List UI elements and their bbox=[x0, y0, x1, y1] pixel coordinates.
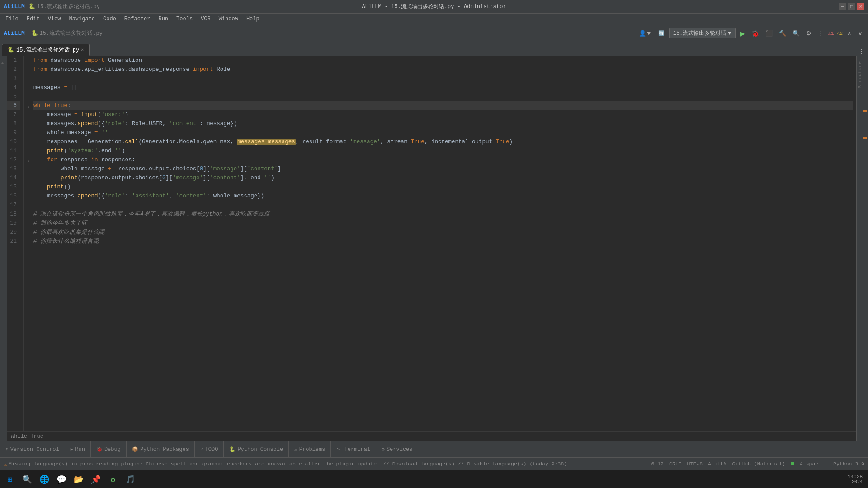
menu-run[interactable]: Run bbox=[155, 15, 172, 23]
tab-todo-label: TODO bbox=[205, 446, 218, 453]
line-num-12: 12 bbox=[7, 155, 20, 164]
toolbar: ALiLLM 🐍 15.流式输出多轮对话.py 👤▼ 🔄 15.流式输出多轮对话… bbox=[0, 24, 868, 42]
marker-bar bbox=[863, 56, 868, 441]
menu-window[interactable]: Window bbox=[215, 15, 242, 23]
line-num-6: 6 bbox=[7, 101, 20, 110]
tab-bar: 🐍 15.流式输出多轮对话.py ✕ ⋮ bbox=[0, 42, 868, 56]
title-left: ALiLLM 🐍 15.流式输出多轮对话.py bbox=[4, 3, 100, 10]
taskbar-pinned1[interactable]: 📌 bbox=[88, 471, 104, 488]
bp-3 bbox=[24, 74, 30, 83]
debug-button[interactable]: 🐞 bbox=[750, 29, 761, 38]
left-sidebar: P bbox=[0, 56, 7, 441]
taskbar-files[interactable]: 📂 bbox=[71, 471, 87, 488]
tab-python-console[interactable]: 🐍 Python Console bbox=[224, 441, 289, 457]
tab-run-label: Run bbox=[75, 446, 85, 453]
tab-python-packages[interactable]: 📦 Python Packages bbox=[127, 441, 195, 457]
cursor-position[interactable]: 6:12 bbox=[651, 461, 664, 467]
maximize-button[interactable]: □ bbox=[848, 3, 855, 10]
bp-21 bbox=[24, 237, 30, 246]
structure-label[interactable]: Structure bbox=[857, 61, 863, 88]
settings-button[interactable]: ⚙ bbox=[804, 29, 813, 38]
indent-setting[interactable]: 4 spac... bbox=[800, 461, 828, 467]
bp-7 bbox=[24, 110, 30, 119]
theme-name[interactable]: ALiLLM bbox=[708, 461, 726, 467]
taskbar-clock: 14:28 2024 bbox=[848, 474, 866, 484]
menu-code[interactable]: Code bbox=[99, 15, 120, 23]
profile-button[interactable]: 👤▼ bbox=[637, 29, 654, 38]
vcs-update-button[interactable]: 🔄 bbox=[656, 29, 666, 37]
search-button[interactable]: 🔍 bbox=[791, 29, 802, 38]
version-control-icon: ⬆ bbox=[5, 446, 9, 452]
menu-navigate[interactable]: Navigate bbox=[65, 15, 99, 23]
project-icon[interactable]: P bbox=[0, 58, 7, 64]
app-icon: ALiLLM bbox=[4, 3, 25, 10]
encoding[interactable]: UTF-8 bbox=[687, 461, 703, 467]
run-button[interactable]: ▶ bbox=[738, 29, 747, 38]
line-num-3: 3 bbox=[7, 74, 20, 83]
minimize-button[interactable]: ─ bbox=[839, 3, 846, 10]
tab-python-packages-label: Python Packages bbox=[140, 446, 189, 453]
line-num-17: 17 bbox=[7, 201, 20, 210]
structure-panel[interactable]: Structure bbox=[856, 56, 863, 441]
taskbar-browser[interactable]: 🌐 bbox=[36, 471, 52, 488]
taskbar-chat[interactable]: 💬 bbox=[53, 471, 70, 488]
expand-arrow-down[interactable]: ∨ bbox=[856, 29, 864, 38]
bp-19 bbox=[24, 219, 30, 228]
tab-terminal[interactable]: >_ Terminal bbox=[331, 441, 376, 457]
tab-problems[interactable]: ⚠ Problems bbox=[289, 441, 331, 457]
tab-version-control-label: Version Control bbox=[10, 446, 59, 453]
bp-8 bbox=[24, 119, 30, 128]
expand-arrow-up[interactable]: ∧ bbox=[845, 29, 854, 38]
menu-file[interactable]: File bbox=[2, 15, 22, 23]
main-area: P 1 2 3 4 5 6 7 8 9 10 11 12 13 14 15 16 bbox=[0, 56, 868, 441]
title-center-text: ALiLLM - 15.流式输出多轮对话.py - Administrator bbox=[362, 3, 506, 10]
menu-help[interactable]: Help bbox=[243, 15, 263, 23]
more-button[interactable]: ⋮ bbox=[816, 29, 826, 38]
run-configuration[interactable]: 15.流式输出多轮对话 ▼ bbox=[669, 28, 736, 38]
code-line-8: messages.append({'role': Role.USER, 'con… bbox=[33, 119, 853, 128]
run-icon: ▶ bbox=[71, 446, 74, 452]
line-ending[interactable]: CRLF bbox=[669, 461, 682, 467]
menu-view[interactable]: View bbox=[44, 15, 65, 23]
menu-vcs[interactable]: VCS bbox=[197, 15, 214, 23]
taskbar-pycharm[interactable]: ⚙ bbox=[105, 471, 121, 488]
menu-tools[interactable]: Tools bbox=[173, 15, 196, 23]
line-numbers: 1 2 3 4 5 6 7 8 9 10 11 12 13 14 15 16 1… bbox=[7, 56, 24, 431]
tab-todo[interactable]: ✓ TODO bbox=[195, 441, 224, 457]
language-version[interactable]: Python 3.9 bbox=[833, 461, 864, 467]
stop-button[interactable]: ⬛ bbox=[764, 29, 774, 38]
tab-version-control[interactable]: ⬆ Version Control bbox=[0, 441, 65, 457]
taskbar: ⊞ 🔍 🌐 💬 📂 📌 ⚙ 🎵 14:28 2024 bbox=[0, 470, 868, 488]
menu-refactor[interactable]: Refactor bbox=[121, 15, 154, 23]
status-message[interactable]: Missing language(s) in proofreading plug… bbox=[9, 461, 567, 467]
code-lines[interactable]: from dashscope import Generation from da… bbox=[30, 56, 856, 431]
editor-tab-main[interactable]: 🐍 15.流式输出多轮对话.py ✕ bbox=[2, 44, 90, 56]
bp-14 bbox=[24, 174, 30, 183]
start-button[interactable]: ⊞ bbox=[2, 471, 18, 488]
build-button[interactable]: 🔨 bbox=[777, 29, 788, 38]
code-line-2: from dashscope.api_entities.dashscope_re… bbox=[33, 65, 853, 74]
tab-problems-label: Problems bbox=[299, 446, 326, 453]
scope-bar: while True bbox=[7, 431, 856, 441]
bottom-panel: ⬆ Version Control ▶ Run 🐞 Debug 📦 Python… bbox=[0, 441, 868, 457]
bp-6: ▾ bbox=[24, 101, 30, 110]
tab-close-button[interactable]: ✕ bbox=[81, 47, 84, 52]
line-num-21: 21 bbox=[7, 237, 20, 246]
tab-more-button[interactable]: ⋮ bbox=[857, 47, 866, 56]
vcs-status[interactable]: GitHub (Material) bbox=[732, 461, 785, 467]
menu-edit[interactable]: Edit bbox=[23, 15, 43, 23]
line-num-5: 5 bbox=[7, 92, 20, 101]
menu-bar: File Edit View Navigate Code Refactor Ru… bbox=[0, 14, 868, 24]
taskbar-search[interactable]: 🔍 bbox=[19, 471, 35, 488]
editor-area[interactable]: 1 2 3 4 5 6 7 8 9 10 11 12 13 14 15 16 1… bbox=[7, 56, 856, 441]
tab-services[interactable]: ⚙ Services bbox=[376, 441, 418, 457]
tab-label: 15.流式输出多轮对话.py bbox=[16, 46, 79, 54]
taskbar-music[interactable]: 🎵 bbox=[122, 471, 138, 488]
debug-icon: 🐞 bbox=[96, 446, 103, 452]
terminal-icon: >_ bbox=[336, 447, 342, 452]
close-button[interactable]: ✕ bbox=[857, 3, 864, 10]
code-line-7: message = input('user:') bbox=[33, 110, 853, 119]
tab-debug[interactable]: 🐞 Debug bbox=[91, 441, 127, 457]
window-controls[interactable]: ─ □ ✕ bbox=[839, 3, 864, 10]
tab-run[interactable]: ▶ Run bbox=[65, 441, 91, 457]
